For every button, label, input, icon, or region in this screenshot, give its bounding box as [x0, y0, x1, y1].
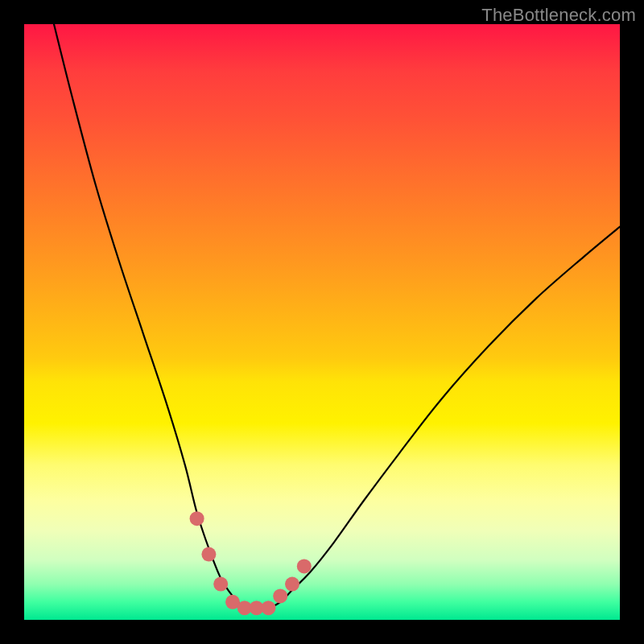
marker-point	[273, 588, 287, 603]
marker-point	[261, 601, 275, 615]
marker-point	[213, 577, 228, 592]
plot-area	[24, 24, 620, 620]
watermark-text: TheBottleneck.com	[481, 5, 636, 26]
highlight-markers	[190, 511, 312, 615]
bottleneck-curve	[54, 24, 620, 609]
marker-point	[297, 559, 312, 573]
marker-point	[190, 511, 204, 526]
marker-point	[201, 547, 216, 562]
chart-svg	[24, 24, 620, 620]
marker-point	[285, 577, 299, 592]
